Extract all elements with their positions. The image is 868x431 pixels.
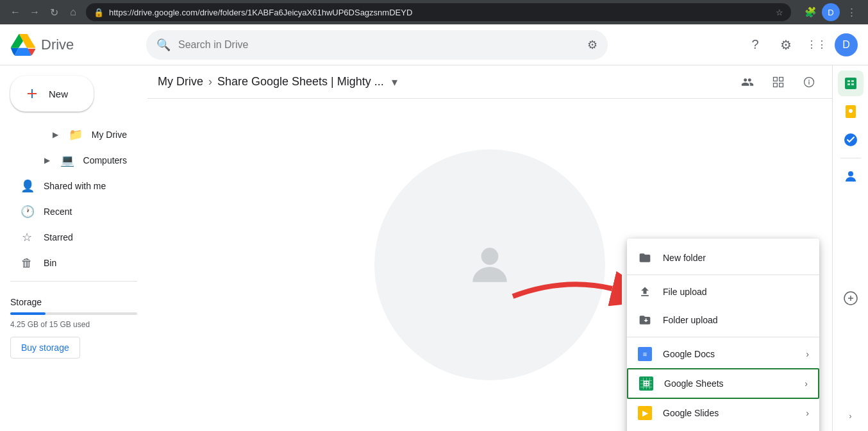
menu-item-folder-upload[interactable]: Folder upload: [627, 306, 819, 334]
new-folder-icon: [637, 250, 653, 266]
shared-icon: 👤: [21, 179, 33, 193]
reload-button[interactable]: ↻: [46, 4, 62, 20]
menu-divider-2: [627, 337, 819, 337]
right-sidebar-divider: [840, 158, 861, 158]
home-button[interactable]: ⌂: [65, 4, 81, 20]
svg-rect-10: [847, 80, 850, 82]
storage-section: Storage 4.25 GB of 15 GB used Buy storag…: [0, 287, 147, 364]
right-sidebar-expand[interactable]: ›: [844, 407, 857, 426]
right-sidebar-sheets-app[interactable]: [838, 71, 864, 96]
google-sheets-icon: ⊞: [638, 376, 654, 391]
sheets-app-icon: [843, 76, 858, 91]
address-bar[interactable]: 🔒 https://drive.google.com/drive/folders…: [86, 3, 791, 21]
drop-circle: [374, 149, 605, 380]
svg-point-7: [481, 248, 499, 265]
right-sidebar-add[interactable]: [838, 285, 864, 311]
svg-rect-3: [780, 77, 783, 81]
storage-label: Storage: [10, 297, 137, 307]
bin-icon: 🗑: [21, 257, 33, 270]
content-area: My Drive › Share Google Sheets | Mighty …: [147, 65, 832, 431]
sidebar-item-computers[interactable]: ▶ 💻 Computers: [0, 148, 137, 173]
context-menu: New folder File upload: [627, 239, 819, 431]
logo-area: Drive: [10, 34, 138, 56]
svg-rect-12: [847, 83, 850, 85]
right-sidebar-tasks[interactable]: [838, 127, 864, 153]
right-sidebar-keep[interactable]: [838, 99, 864, 124]
sidebar-item-recent[interactable]: 🕐 Recent: [0, 199, 137, 224]
apps-button[interactable]: ⋮⋮: [804, 32, 830, 58]
bin-label: Bin: [44, 258, 56, 268]
app-layout: Drive 🔍 ⚙ ? ⚙ ⋮⋮ D: [0, 24, 868, 431]
breadcrumb-actions: [735, 69, 822, 95]
breadcrumb-bar: My Drive › Share Google Sheets | Mighty …: [147, 65, 832, 99]
svg-point-17: [848, 171, 853, 176]
breadcrumb-parent[interactable]: My Drive: [158, 75, 203, 89]
menu-item-google-slides[interactable]: ▶ Google Slides ›: [627, 399, 819, 427]
extensions-button[interactable]: 🧩: [801, 3, 819, 21]
svg-rect-5: [780, 83, 783, 87]
folder-upload-icon: [637, 312, 653, 328]
computers-icon: 💻: [60, 153, 73, 167]
browser-actions: 🧩 D ⋮: [801, 3, 860, 21]
sheets-arrow-icon: ›: [805, 378, 808, 389]
breadcrumb-current: Share Google Sheets | Mighty ...: [217, 75, 384, 89]
menu-button[interactable]: ⋮: [842, 3, 860, 21]
arrow-pointer: [506, 271, 622, 312]
svg-point-15: [849, 109, 853, 113]
search-input[interactable]: [178, 39, 580, 51]
search-icon: 🔍: [156, 38, 171, 52]
info-button[interactable]: [796, 69, 822, 95]
google-slides-icon: ▶: [637, 405, 653, 421]
forward-button[interactable]: →: [27, 4, 42, 20]
google-sheets-label: Google Sheets: [664, 378, 794, 389]
back-button[interactable]: ←: [8, 4, 23, 20]
right-sidebar-contacts[interactable]: [838, 164, 864, 189]
grid-icon: [772, 76, 785, 89]
lock-icon: 🔒: [94, 8, 104, 17]
breadcrumb-dropdown-icon[interactable]: ▾: [392, 75, 397, 89]
sidebar-item-my-drive[interactable]: ▶ 📁 My Drive: [0, 122, 137, 148]
menu-item-google-docs[interactable]: ≡ Google Docs ›: [627, 340, 819, 368]
new-folder-label: New folder: [663, 253, 809, 263]
new-button[interactable]: New: [10, 76, 94, 112]
user-avatar[interactable]: D: [835, 33, 858, 56]
menu-item-google-forms[interactable]: 📋 Google Forms ›: [627, 427, 819, 431]
new-label: New: [49, 89, 68, 99]
menu-divider-1: [627, 275, 819, 275]
docs-arrow-icon: ›: [806, 349, 809, 359]
svg-rect-2: [774, 77, 778, 81]
slides-arrow-icon: ›: [806, 408, 809, 418]
my-drive-icon: 📁: [69, 128, 81, 142]
storage-bar-fill: [10, 312, 46, 315]
search-bar[interactable]: 🔍 ⚙: [146, 30, 608, 60]
app-name: Drive: [41, 37, 74, 53]
tune-icon[interactable]: ⚙: [587, 38, 597, 52]
settings-button[interactable]: ⚙: [773, 32, 799, 58]
grid-view-button[interactable]: [765, 69, 791, 95]
starred-label: Starred: [44, 232, 73, 242]
menu-item-file-upload[interactable]: File upload: [627, 278, 819, 306]
browser-chrome: ← → ↻ ⌂ 🔒 https://drive.google.com/drive…: [0, 0, 868, 24]
storage-bar-background: [10, 312, 137, 315]
menu-item-new-folder[interactable]: New folder: [627, 244, 819, 272]
buy-storage-button[interactable]: Buy storage: [10, 337, 80, 359]
new-button-wrap: New: [0, 71, 147, 122]
svg-rect-11: [851, 80, 854, 82]
add-icon: [843, 291, 858, 306]
main-area: New ▶ 📁 My Drive ▶ 💻 Computers 👤 Shared …: [0, 65, 868, 431]
sidebar-item-bin[interactable]: 🗑 Bin: [0, 250, 137, 276]
breadcrumb-separator: ›: [208, 75, 212, 89]
svg-rect-4: [774, 83, 778, 87]
help-button[interactable]: ?: [742, 32, 768, 58]
topbar: Drive 🔍 ⚙ ? ⚙ ⋮⋮ D: [0, 24, 868, 65]
share-button[interactable]: [735, 69, 760, 95]
sidebar-item-starred[interactable]: ☆ Starred: [0, 224, 137, 250]
storage-used-text: 4.25 GB of 15 GB used: [10, 320, 137, 329]
profile-button[interactable]: D: [822, 3, 840, 21]
recent-icon: 🕐: [21, 205, 33, 219]
contacts-icon: [843, 169, 858, 184]
expand-icon: ▶: [53, 130, 58, 139]
bookmark-icon[interactable]: ☆: [776, 8, 783, 17]
menu-item-google-sheets[interactable]: ⊞ Google Sheets ›: [627, 368, 819, 399]
sidebar-item-shared[interactable]: 👤 Shared with me: [0, 173, 137, 199]
